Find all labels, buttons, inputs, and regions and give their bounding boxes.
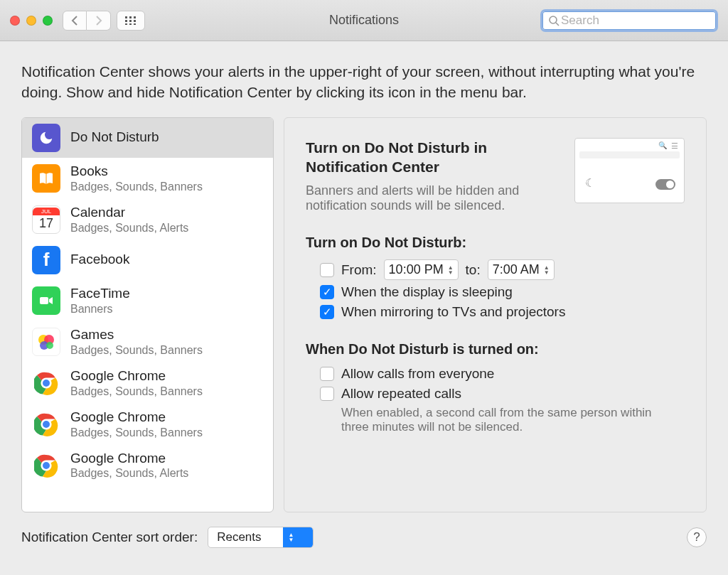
detail-pane: Turn on Do Not Disturb in Notification C… [284,117,707,512]
sidebar-item-label: Google Chrome [70,368,203,385]
game-center-icon [32,328,60,356]
stepper-icon[interactable]: ▲▼ [544,265,550,275]
sidebar-item-chrome-3[interactable]: Google Chrome Badges, Sounds, Alerts [22,445,273,486]
svg-rect-12 [40,297,48,304]
sidebar-item-sub: Badges, Sounds, Banners [70,426,203,439]
window-toolbar: Notifications [0,0,728,41]
svg-line-10 [556,23,559,26]
sidebar-item-sub: Badges, Sounds, Banners [70,180,203,193]
sidebar-item-games[interactable]: Games Badges, Sounds, Banners [22,321,273,362]
to-time-field[interactable]: 7:00 AM ▲▼ [488,259,555,280]
repeated-help-text: When enabled, a second call from the sam… [341,406,682,434]
sidebar-item-chrome-2[interactable]: Google Chrome Badges, Sounds, Banners [22,404,273,445]
intro-text: Notification Center shows your alerts in… [0,41,728,117]
window-controls [10,16,53,26]
svg-point-16 [46,342,53,349]
svg-rect-2 [134,16,136,18]
sidebar-item-label: Games [70,327,203,343]
sidebar-item-sub: Badges, Sounds, Banners [70,385,203,398]
svg-rect-8 [134,23,136,25]
search-field[interactable] [540,9,718,32]
books-icon [32,164,60,193]
sort-order-label: Notification Center sort order: [21,530,198,545]
from-checkbox[interactable] [320,263,334,277]
svg-rect-0 [125,16,127,18]
detail-heading: Turn on Do Not Disturb in Notification C… [306,138,560,177]
section-heading-schedule: Turn on Do Not Disturb: [306,235,685,251]
calendar-icon: JUL17 [32,205,60,234]
sidebar-item-do-not-disturb[interactable]: Do Not Disturb [22,118,273,158]
svg-rect-5 [134,20,136,22]
sidebar-item-chrome-1[interactable]: Google Chrome Badges, Sounds, Banners [22,362,273,404]
sidebar-item-label: Google Chrome [70,409,203,426]
chrome-icon [32,451,60,480]
stepper-icon[interactable]: ▲▼ [448,265,454,275]
svg-rect-1 [129,16,132,18]
zoom-window-button[interactable] [43,16,53,26]
sidebar-item-facebook[interactable]: f Facebook [22,240,273,280]
allow-repeated-checkbox[interactable] [320,387,334,401]
sidebar-item-books[interactable]: Books Badges, Sounds, Banners [22,158,273,199]
help-button[interactable]: ? [687,527,707,547]
close-window-button[interactable] [10,16,20,26]
svg-rect-4 [129,20,132,22]
display-sleeping-label: When the display is sleeping [341,284,513,300]
chrome-icon [32,410,60,439]
detail-subtext: Banners and alerts will be hidden and no… [306,183,560,213]
moon-icon: ☾ [585,176,595,190]
sidebar-item-label: Google Chrome [70,451,188,467]
forward-button[interactable] [87,11,111,31]
sort-order-value: Recents [208,530,282,544]
allow-repeated-label: Allow repeated calls [341,386,461,402]
svg-rect-7 [129,23,132,25]
from-time-value: 10:00 PM [389,262,444,277]
allow-everyone-label: Allow calls from everyone [341,366,494,382]
minimize-window-button[interactable] [26,16,36,26]
from-time-field[interactable]: 10:00 PM ▲▼ [384,259,459,280]
sidebar-item-calendar[interactable]: JUL17 Calendar Badges, Sounds, Alerts [22,199,273,240]
display-sleeping-checkbox[interactable] [320,285,334,299]
search-icon [548,15,560,26]
notification-center-preview: 🔍☰ ☾ [574,138,685,203]
chrome-icon [32,369,60,397]
show-all-button[interactable] [117,11,145,31]
allow-everyone-checkbox[interactable] [320,367,334,381]
sidebar-item-label: Facebook [70,252,129,268]
facebook-icon: f [32,246,60,274]
sort-order-select[interactable]: Recents ▲▼ [208,527,313,548]
toggle-icon [655,179,675,190]
sidebar-item-label: Books [70,163,203,180]
search-input[interactable] [560,13,713,28]
nav-back-forward [63,11,111,31]
svg-rect-6 [125,23,127,25]
sidebar-item-facetime[interactable]: FaceTime Banners [22,280,273,321]
sidebar-item-label: Do Not Disturb [70,129,159,146]
sidebar-item-label: Calendar [70,205,188,221]
facetime-icon [32,286,60,315]
mirroring-checkbox[interactable] [320,305,334,319]
to-time-value: 7:00 AM [493,262,540,277]
svg-rect-3 [125,20,127,22]
back-button[interactable] [63,11,87,31]
app-list[interactable]: Do Not Disturb Books Badges, Sounds, Ban… [21,117,274,512]
from-label: From: [341,262,377,278]
section-heading-when-on: When Do Not Disturb is turned on: [306,341,685,358]
footer: Notification Center sort order: Recents … [0,512,728,548]
sidebar-item-sub: Badges, Sounds, Alerts [70,221,188,235]
sidebar-item-sub: Badges, Sounds, Alerts [70,466,188,480]
sidebar-item-label: FaceTime [70,286,130,302]
svg-point-9 [550,16,557,23]
sidebar-item-sub: Badges, Sounds, Banners [70,343,203,357]
mirroring-label: When mirroring to TVs and projectors [341,304,565,320]
moon-icon [32,124,60,152]
to-label: to: [466,262,481,278]
sidebar-item-sub: Banners [70,302,130,316]
chevron-up-down-icon: ▲▼ [283,527,313,548]
